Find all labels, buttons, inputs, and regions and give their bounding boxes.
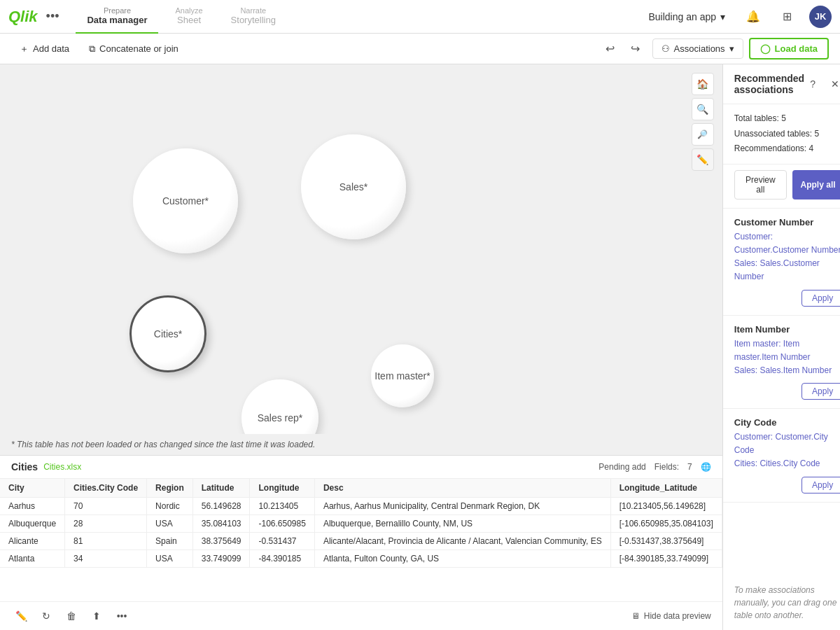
table-header-right: Pending add Fields: 7 🌐 <box>598 462 710 472</box>
plus-icon: ＋ <box>20 43 29 55</box>
tab-narrate[interactable]: Narrate Storytelling <box>220 0 287 34</box>
recommendations-stat: Recommendations: 4 <box>734 141 840 157</box>
node-item-master[interactable]: Item master* <box>371 344 434 407</box>
rec2-details: Item master: Item master.Item Number Sal… <box>734 337 840 378</box>
undo-button[interactable]: ↩ <box>599 38 622 60</box>
table-cell: 33.749099 <box>192 550 250 568</box>
help-icon[interactable]: ? <box>804 76 821 92</box>
top-nav: Qlik ••• Prepare Data manager Analyze Sh… <box>0 0 840 34</box>
tab-analyze[interactable]: Analyze Sheet <box>164 0 214 34</box>
toolbar: ＋ Add data ⧉ Concatenate or join ↩ ↪ ⚇ A… <box>0 34 840 64</box>
table-cell: [-84.390185,33.749099] <box>610 550 722 568</box>
qlik-logo[interactable]: Qlik <box>8 8 38 26</box>
rec3-title: City Code <box>734 417 840 428</box>
rec3-apply-button[interactable]: Apply <box>802 477 840 493</box>
rec1-detail-0: Customer: Customer.Customer Number <box>734 230 840 257</box>
rec1-detail-1: Sales: Sales.Customer Number <box>734 257 840 284</box>
table-cell: Spain <box>147 533 193 550</box>
add-data-button[interactable]: ＋ Add data <box>11 38 78 59</box>
table-scroll[interactable]: City Cities.City Code Region Latitude Lo… <box>0 479 722 601</box>
zoom-out-tool-button[interactable]: 🔎 <box>692 123 714 146</box>
col-desc: Desc <box>314 479 610 498</box>
add-data-label: Add data <box>33 43 69 54</box>
col-long-lat: Longitude_Latitude <box>610 479 722 498</box>
table-cell: USA <box>147 550 193 568</box>
table-cell: Albuquerque, Bernalillo County, NM, US <box>314 515 610 533</box>
recommendation-customer-number: Customer Number Customer: Customer.Custo… <box>723 209 840 316</box>
more-options-icon[interactable]: ••• <box>46 9 59 24</box>
table-cell: -106.650985 <box>250 515 314 533</box>
home-tool-button[interactable]: 🏠 <box>692 73 714 95</box>
app-title-text: Building an app <box>648 11 716 22</box>
concat-icon: ⧉ <box>89 43 95 55</box>
delete-icon[interactable]: 🗑 <box>62 606 81 626</box>
rec1-apply-button[interactable]: Apply <box>802 290 840 307</box>
tab-prepare[interactable]: Prepare Data manager <box>76 0 158 34</box>
node-sales[interactable]: Sales* <box>301 134 406 239</box>
total-tables-stat: Total tables: 5 <box>734 111 840 127</box>
refresh-icon[interactable]: ↻ <box>36 606 56 626</box>
table-row: Albuquerque28USA35.084103-106.650985Albu… <box>0 515 722 533</box>
toolbar-right: ↩ ↪ ⚇ Associations ▾ ◯ Load data <box>599 38 829 60</box>
canvas[interactable]: Customer* Sales* Cities* Item master* Sa… <box>0 64 722 434</box>
preview-all-button[interactable]: Preview all <box>734 170 787 200</box>
undo-redo: ↩ ↪ <box>599 38 647 60</box>
hide-preview-button[interactable]: 🖥 Hide data preview <box>631 611 711 621</box>
rec2-apply-button[interactable]: Apply <box>802 383 840 400</box>
rec1-details: Customer: Customer.Customer Number Sales… <box>734 230 840 284</box>
associations-button[interactable]: ⚇ Associations ▾ <box>652 38 743 59</box>
load-data-label: Load data <box>775 43 818 54</box>
node-cities[interactable]: Cities* <box>130 295 206 372</box>
tab-prepare-sub: Data manager <box>87 15 147 25</box>
table-row: Alicante81Spain38.375649-0.531437Alicant… <box>0 533 722 550</box>
recommendation-city-code: City Code Customer: Customer.City Code C… <box>723 409 840 503</box>
canvas-area: Customer* Sales* Cities* Item master* Sa… <box>0 64 722 630</box>
tab-prepare-label: Prepare <box>104 6 131 15</box>
pencil-tool-button[interactable]: ✏️ <box>692 148 714 171</box>
table-status: Pending add <box>598 462 645 472</box>
redo-button[interactable]: ↪ <box>624 38 647 60</box>
table-cell: Alicante <box>0 533 65 550</box>
associations-chevron-icon: ▾ <box>729 43 734 54</box>
bell-icon[interactable]: 🔔 <box>742 6 764 28</box>
table-preview: Cities Cities.xlsx Pending add Fields: 7… <box>0 455 722 630</box>
app-title-chevron-icon: ▾ <box>720 11 725 22</box>
table-cell: Albuquerque <box>0 515 65 533</box>
node-sales-rep-label: Sales rep* <box>258 412 303 424</box>
panel-header-icons: ? ✕ <box>804 76 840 92</box>
node-customer-label: Customer* <box>162 195 209 206</box>
table-fields-label: Fields: <box>654 462 679 472</box>
avatar[interactable]: JK <box>809 6 832 28</box>
table-cell: -84.390185 <box>250 550 314 568</box>
edit-icon[interactable]: ✏️ <box>11 606 31 626</box>
zoom-in-tool-button[interactable]: 🔍 <box>692 98 714 120</box>
rec2-detail-1: Sales: Sales.Item Number <box>734 364 840 377</box>
associations-icon: ⚇ <box>662 43 670 54</box>
main-layout: Customer* Sales* Cities* Item master* Sa… <box>0 64 840 630</box>
app-title[interactable]: Building an app ▾ <box>648 11 725 22</box>
nav-icons: 🔔 ⊞ JK <box>742 6 832 28</box>
table-cell: 56.149628 <box>192 498 250 515</box>
more-icon[interactable]: ••• <box>112 606 132 626</box>
globe-icon: 🌐 <box>701 462 711 472</box>
apply-all-button[interactable]: Apply all <box>792 170 840 200</box>
grid-icon[interactable]: ⊞ <box>776 6 798 28</box>
rec3-details: Customer: Customer.City Code Cities: Cit… <box>734 430 840 471</box>
load-data-circle-icon: ◯ <box>760 43 771 54</box>
table-cell: Aarhus <box>0 498 65 515</box>
concat-join-button[interactable]: ⧉ Concatenate or join <box>80 39 187 59</box>
canvas-note: * This table has not been loaded or has … <box>0 434 722 455</box>
canvas-toolbar: 🏠 🔍 🔎 ✏️ <box>692 73 714 171</box>
load-data-button[interactable]: ◯ Load data <box>749 38 829 59</box>
close-panel-icon[interactable]: ✕ <box>827 76 840 92</box>
node-sales-rep[interactable]: Sales rep* <box>241 379 318 434</box>
table-row: Atlanta34USA33.749099-84.390185Atlanta, … <box>0 550 722 568</box>
table-cell: Atlanta <box>0 550 65 568</box>
node-customer[interactable]: Customer* <box>133 148 238 253</box>
table-cell: [-0.531437,38.375649] <box>610 533 722 550</box>
table-cell: 28 <box>65 515 147 533</box>
upload-icon[interactable]: ⬆ <box>87 606 106 626</box>
tab-narrate-label: Narrate <box>240 6 266 15</box>
panel-header: Recommended associations ? ✕ <box>723 64 840 104</box>
table-cell: 81 <box>65 533 147 550</box>
